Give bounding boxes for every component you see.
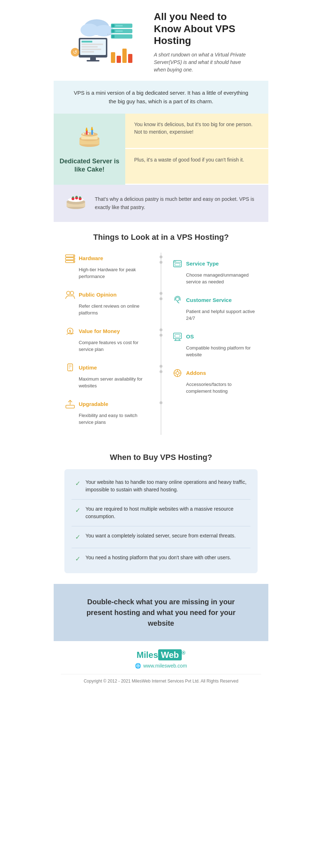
os-icon	[172, 331, 183, 342]
footer-section: MilesWeb® 🌐 www.milesweb.com Copyright ©…	[54, 641, 268, 689]
pastry-description: That's why a delicious pastry is much be…	[95, 195, 258, 211]
svg-point-69	[176, 297, 179, 301]
addons-title: Addons	[186, 370, 206, 376]
cake-section: Dedicated Server is like Cake! You know …	[54, 114, 268, 185]
svg-rect-16	[82, 49, 101, 50]
svg-point-36	[86, 128, 87, 130]
vps-description-text: VPS is a mini version of a big dedicated…	[72, 89, 250, 106]
cta-text: Double-check what you are missing in you…	[75, 596, 247, 629]
svg-point-46	[75, 196, 78, 197]
value-money-desc: Compare features vs cost for service pla…	[64, 339, 150, 353]
svg-rect-23	[128, 54, 132, 63]
when-item-text-4: You need a hosting platform that you don…	[86, 554, 231, 561]
addons-desc: Accessories/factors to complement hostin…	[172, 381, 258, 395]
svg-text:↺: ↺	[73, 49, 77, 55]
feature-service-type-header: Service Type	[172, 258, 258, 269]
hardware-icon	[64, 253, 76, 264]
svg-text:$: $	[69, 329, 71, 333]
svg-rect-8	[116, 30, 123, 32]
feature-service-type: Service Type Choose managed/unmanaged se…	[172, 258, 258, 286]
vps-description-box: VPS is a mini version of a big dedicated…	[54, 81, 268, 114]
os-desc: Compatible hosting platform for website	[172, 344, 258, 358]
public-opinion-desc: Refer client reviews on online platforms	[64, 303, 150, 317]
when-item-text-3: You want a completely isolated server, s…	[86, 532, 236, 540]
feature-hardware-header: Hardware	[64, 253, 150, 264]
when-item-text-1: Your website has to handle too many onli…	[86, 478, 247, 493]
cake-label: Dedicated Server is like Cake!	[59, 157, 120, 174]
when-section: When to Buy VPS Hosting? ✓ Your website …	[54, 442, 268, 580]
svg-rect-18	[90, 58, 96, 60]
features-container: Hardware High-tier Hardware for peak per…	[64, 253, 258, 435]
feature-public-opinion-header: Public Opinion	[64, 289, 150, 301]
upgradable-desc: Flexibility and easy to switch service p…	[64, 412, 150, 426]
pastry-icon	[64, 192, 88, 215]
feature-os-header: OS	[172, 331, 258, 342]
website-link[interactable]: 🌐 www.milesweb.com	[61, 663, 261, 669]
upgradable-title: Upgradable	[79, 401, 108, 407]
cake-icon	[77, 124, 102, 154]
feature-value-money-header: $ Value for Money	[64, 326, 150, 337]
cake-bubble-2: Plus, it's a waste of good food if you c…	[125, 149, 268, 184]
hardware-title: Hardware	[79, 255, 103, 261]
customer-service-title: Customer Service	[186, 297, 232, 303]
customer-service-icon	[172, 294, 183, 306]
things-title: Things to Look at in a VPS Hosting?	[64, 233, 258, 242]
svg-rect-17	[82, 51, 94, 53]
when-box: ✓ Your website has to handle too many on…	[64, 469, 258, 573]
copyright-text: Copyright © 2012 - 2021 MilesWeb Interne…	[61, 674, 261, 684]
feature-upgradable-header: Upgradable	[64, 398, 150, 410]
svg-rect-4	[112, 24, 114, 27]
svg-rect-70	[174, 333, 181, 339]
svg-point-52	[73, 258, 74, 259]
check-icon-2: ✓	[75, 506, 80, 515]
feature-value-money: $ Value for Money Compare features vs co…	[64, 326, 150, 353]
svg-point-54	[67, 291, 70, 295]
cake-bubble-1: You know it's delicious, but it's too bi…	[125, 114, 268, 149]
service-type-title: Service Type	[186, 261, 219, 267]
brand-reg: ®	[182, 650, 185, 656]
service-type-desc: Choose managed/unmanaged service as need…	[172, 272, 258, 286]
header-illustration: ↺	[68, 13, 147, 71]
svg-rect-21	[117, 56, 121, 63]
when-item-1: ✓ Your website has to handle too many on…	[72, 473, 250, 500]
uptime-desc: Maximum server availability for websites	[64, 376, 150, 390]
feature-addons-header: Addons	[172, 367, 258, 379]
svg-point-76	[176, 372, 179, 375]
svg-rect-15	[82, 46, 98, 48]
feature-customer-service: Customer Service Patient and helpful sup…	[172, 294, 258, 322]
public-opinion-icon	[64, 289, 76, 301]
globe-icon: 🌐	[135, 663, 141, 669]
cta-box: Double-check what you are missing in you…	[54, 584, 268, 641]
svg-rect-74	[175, 334, 180, 337]
svg-rect-63	[66, 405, 74, 408]
brand-logo: MilesWeb®	[61, 650, 261, 660]
svg-point-55	[70, 291, 74, 295]
feature-public-opinion: Public Opinion Refer client reviews on o…	[64, 289, 150, 317]
svg-rect-14	[82, 44, 103, 45]
hardware-desc: High-tier Hardware for peak performance	[64, 266, 150, 280]
website-url: www.milesweb.com	[143, 663, 187, 669]
svg-rect-19	[87, 60, 99, 61]
upgradable-icon	[64, 398, 76, 410]
svg-rect-5	[116, 25, 123, 26]
svg-point-37	[91, 127, 93, 130]
feature-addons: Addons Accessories/factors to complement…	[172, 367, 258, 395]
uptime-icon	[64, 362, 76, 373]
header-section: ↺ All you Need to Know About VPS Hosting…	[54, 0, 268, 81]
os-title: OS	[186, 333, 194, 339]
feature-customer-service-header: Customer Service	[172, 294, 258, 306]
svg-rect-10	[112, 35, 114, 38]
customer-service-desc: Patient and helpful support active 24/7	[172, 308, 258, 322]
feature-upgradable: Upgradable Flexibility and easy to switc…	[64, 398, 150, 426]
addons-icon	[172, 367, 183, 379]
cake-left-panel: Dedicated Server is like Cake!	[54, 114, 125, 185]
svg-point-51	[73, 255, 74, 256]
check-icon-4: ✓	[75, 554, 80, 564]
check-icon-3: ✓	[75, 532, 80, 542]
check-icon-1: ✓	[75, 479, 80, 488]
uptime-title: Uptime	[79, 364, 97, 371]
cake-right-panel: You know it's delicious, but it's too bi…	[125, 114, 268, 185]
feature-uptime-header: Uptime	[64, 362, 150, 373]
svg-point-53	[73, 261, 74, 262]
feature-uptime: Uptime Maximum server availability for w…	[64, 362, 150, 390]
